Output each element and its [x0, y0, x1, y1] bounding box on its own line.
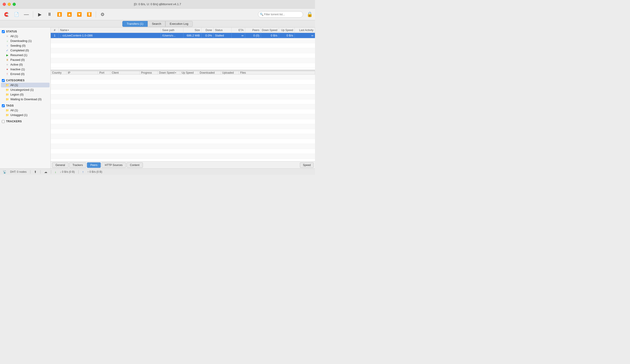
pause-btn[interactable]: ⏸	[45, 10, 54, 19]
status-checkbox[interactable]	[2, 30, 5, 33]
dh-port[interactable]: Port	[98, 71, 110, 74]
dh-up[interactable]: Up Speed	[180, 71, 198, 74]
detail-row	[51, 90, 315, 94]
sidebar-item-tag-all[interactable]: 📁 All (1)	[1, 108, 50, 112]
execution-log-tab[interactable]: Execution Log	[166, 21, 192, 27]
statusbar: 📡 DHT: 0 nodes ⬆ ☁ ↓ ↓ 0 B/s (0 B) ↑ ↑ 0…	[0, 168, 315, 175]
sidebar-item-cat-all[interactable]: 📁 All (1)	[1, 83, 50, 88]
detail-row	[51, 124, 315, 129]
th-up[interactable]: Up Speed	[279, 28, 295, 33]
detail-row	[51, 159, 315, 161]
trackers-checkbox[interactable]	[2, 120, 5, 123]
ul-speed: ↑ 0 B/s (0 B)	[88, 170, 102, 174]
ul-icon: ↑	[82, 170, 84, 174]
torrent-row[interactable]: 1 ↓ ccLiveContent-1.0-i386 /Users/o... 6…	[51, 33, 315, 38]
sidebar-item-uncategorized[interactable]: 📁 Uncategorized (1)	[1, 88, 50, 92]
errored-icon: !	[6, 72, 9, 76]
options-btn[interactable]: ⚙	[98, 10, 107, 19]
dh-uploaded[interactable]: Uploaded	[221, 71, 239, 74]
dh-client[interactable]: Client	[110, 71, 140, 74]
trackers-label: TRACKERS	[6, 120, 22, 123]
th-status[interactable]: Status	[214, 28, 232, 33]
move-up-btn[interactable]: 🔼	[65, 10, 74, 19]
categories-checkbox[interactable]	[2, 79, 5, 82]
add-torrent-btn[interactable]: 🧲	[2, 10, 11, 19]
th-peers[interactable]: Peers	[245, 28, 261, 33]
btab-general[interactable]: General	[52, 162, 68, 168]
sidebar-item-waiting[interactable]: 📁 Waiting to Download (0)	[1, 97, 50, 102]
down-sort-icon: ▾	[175, 72, 176, 74]
statusbar-sep-1	[30, 170, 30, 174]
th-eta[interactable]: ETA	[232, 28, 245, 33]
th-size[interactable]: Size	[184, 28, 202, 33]
resume-btn[interactable]: ▶	[36, 10, 44, 19]
legion-icon: 📁	[6, 93, 9, 96]
traffic-lights	[3, 3, 16, 6]
transfers-tab[interactable]: Transfers (1)	[122, 21, 148, 27]
detail-row	[51, 80, 315, 84]
search-tab[interactable]: Search	[148, 21, 166, 27]
sidebar-item-paused[interactable]: ⏸ Paused (0)	[1, 58, 50, 62]
th-done[interactable]: Done	[202, 28, 214, 33]
toolbar: 🧲 📄 — ▶ ⏸ ⏫ 🔼 🔽 ⏬ ⚙ 🔍 🔒	[0, 8, 315, 20]
downloading-icon: ↓	[6, 40, 9, 42]
tags-section-header: TAGS	[0, 103, 50, 108]
inactive-icon: ▾	[6, 68, 9, 71]
th-last[interactable]: Last Activity	[295, 28, 315, 33]
sidebar-item-active[interactable]: ▿ Active (0)	[1, 62, 50, 67]
dh-down[interactable]: Down Speed ▾	[158, 71, 180, 74]
td-down: 0 B/s	[261, 33, 279, 38]
detail-row	[51, 114, 315, 119]
btab-peers[interactable]: Peers	[87, 162, 101, 168]
tags-checkbox[interactable]	[2, 104, 5, 107]
window-title: [D: 0 B/s, U: 0 B/s] qBittorrent v4.1.7	[134, 2, 181, 6]
delete-btn[interactable]: —	[22, 10, 31, 19]
filter-input[interactable]	[258, 11, 303, 18]
btab-trackers[interactable]: Trackers	[69, 162, 86, 168]
move-top-btn[interactable]: ⏫	[55, 10, 64, 19]
detail-row	[51, 104, 315, 109]
dh-files[interactable]: Files	[239, 71, 315, 74]
detail-row	[51, 154, 315, 159]
th-num[interactable]: #	[51, 28, 59, 33]
sidebar-item-errored[interactable]: ! Errored (0)	[1, 72, 50, 76]
untagged-icon: 📁	[6, 114, 9, 117]
detail-row	[51, 109, 315, 114]
sidebar-item-completed[interactable]: ✓ Completed (0)	[1, 48, 50, 53]
maximize-button[interactable]	[12, 3, 16, 6]
detail-row	[51, 94, 315, 99]
dh-ip[interactable]: IP	[66, 71, 98, 74]
add-file-btn[interactable]: 📄	[12, 10, 21, 19]
sidebar-item-inactive[interactable]: ▾ Inactive (1)	[1, 67, 50, 72]
active-icon: ▿	[6, 63, 9, 66]
dht-icon: 📡	[3, 170, 6, 174]
th-down[interactable]: Down Speed	[261, 28, 279, 33]
name-sort-icon: ▾	[68, 29, 69, 31]
waiting-icon: 📁	[6, 98, 9, 101]
dh-progress[interactable]: Progress	[140, 71, 158, 74]
sidebar-item-downloading[interactable]: ↓ Downloading (1)	[1, 38, 50, 43]
btab-content[interactable]: Content	[127, 162, 143, 168]
th-name[interactable]: Name ▾	[59, 28, 161, 33]
sidebar-item-resumed[interactable]: ▶ Resumed (1)	[1, 53, 50, 58]
minimize-button[interactable]	[8, 3, 11, 6]
move-bottom-btn[interactable]: ⏬	[85, 10, 94, 19]
dh-downloaded[interactable]: Downloaded	[198, 71, 221, 74]
sidebar-item-untagged[interactable]: 📁 Untagged (1)	[1, 112, 50, 117]
status-section-header: STATUS	[0, 29, 50, 34]
th-save[interactable]: Save path	[161, 28, 184, 33]
btab-http[interactable]: HTTP Sources	[102, 162, 126, 168]
td-name: ↓ ccLiveContent-1.0-i386	[59, 33, 161, 38]
sidebar-item-all-status[interactable]: ▿ All (1)	[1, 34, 50, 38]
paused-icon: ⏸	[6, 58, 9, 62]
close-button[interactable]	[3, 3, 6, 6]
dh-country[interactable]: Country	[51, 71, 66, 74]
sidebar-item-seeding[interactable]: ↑ Seeding (0)	[1, 43, 50, 48]
seeding-icon: ↑	[6, 44, 9, 47]
resumed-icon: ▶	[6, 54, 9, 57]
sidebar-item-legion[interactable]: 📁 Legion (0)	[1, 92, 50, 97]
dl-speed: ↓ 0 B/s (0 B)	[60, 170, 75, 174]
move-down-btn[interactable]: 🔽	[75, 10, 84, 19]
lock-icon: 🔒	[307, 12, 313, 17]
speed-btn[interactable]: Speed	[300, 162, 314, 168]
